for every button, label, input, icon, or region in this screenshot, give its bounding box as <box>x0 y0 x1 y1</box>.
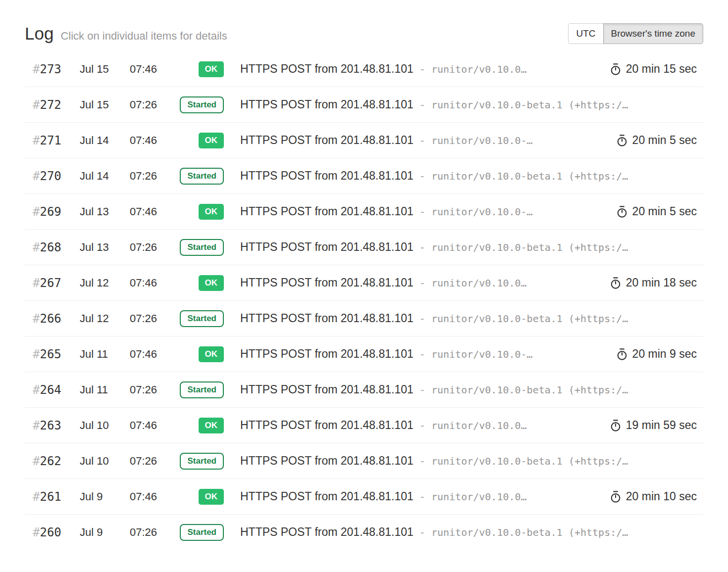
utc-button[interactable]: UTC <box>568 23 603 45</box>
duration: 20 min 10 sec <box>601 490 703 503</box>
event-number: #261 <box>25 490 80 504</box>
log-row[interactable]: #271 Jul 14 07:46 OK HTTPS POST from 201… <box>25 123 703 158</box>
hash-prefix: # <box>33 525 40 539</box>
event-description: HTTPS POST from 201.48.81.101 - runitor/… <box>240 240 703 254</box>
stopwatch-icon <box>609 490 622 503</box>
event-date: Jul 14 <box>80 134 130 147</box>
event-message: HTTPS POST from 201.48.81.101 <box>240 525 414 539</box>
browser-timezone-button[interactable]: Browser's time zone <box>603 23 703 45</box>
log-row[interactable]: #265 Jul 11 07:46 OK HTTPS POST from 201… <box>25 336 703 372</box>
log-row[interactable]: #268 Jul 13 07:26 Started HTTPS POST fro… <box>25 230 703 265</box>
duration: 20 min 18 sec <box>601 276 703 289</box>
event-description: HTTPS POST from 201.48.81.101 - runitor/… <box>240 490 601 503</box>
event-message: HTTPS POST from 201.48.81.101 <box>240 240 414 254</box>
event-date: Jul 12 <box>80 277 130 289</box>
event-message: HTTPS POST from 201.48.81.101 <box>240 98 414 111</box>
status-badge-cell: OK <box>177 489 224 505</box>
event-time: 07:46 <box>130 419 177 432</box>
status-badge-cell: OK <box>177 61 224 77</box>
status-badge-cell: Started <box>177 310 224 327</box>
event-number: #262 <box>25 454 80 468</box>
hash-prefix: # <box>33 454 40 468</box>
event-time: 07:46 <box>130 63 177 76</box>
log-row[interactable]: #264 Jul 11 07:26 Started HTTPS POST fro… <box>25 372 703 408</box>
duration-text: 20 min 10 sec <box>626 490 697 503</box>
event-time: 07:46 <box>130 205 177 218</box>
event-message: HTTPS POST from 201.48.81.101 <box>240 454 414 468</box>
event-message: HTTPS POST from 201.48.81.101 <box>240 490 414 503</box>
event-description: HTTPS POST from 201.48.81.101 - runitor/… <box>240 419 601 432</box>
status-badge-cell: OK <box>177 275 224 291</box>
log-row[interactable]: #267 Jul 12 07:46 OK HTTPS POST from 201… <box>25 265 703 301</box>
event-number-value: 268 <box>40 240 61 254</box>
event-message: HTTPS POST from 201.48.81.101 <box>240 62 414 76</box>
event-description: HTTPS POST from 201.48.81.101 - runitor/… <box>240 454 703 468</box>
status-badge: Started <box>180 381 224 398</box>
event-date: Jul 9 <box>80 526 130 539</box>
event-number: #263 <box>25 419 80 432</box>
stopwatch-icon <box>609 63 622 76</box>
status-badge: OK <box>199 275 224 291</box>
event-date: Jul 14 <box>80 170 130 183</box>
event-description: HTTPS POST from 201.48.81.101 - runitor/… <box>240 383 703 396</box>
event-number-value: 262 <box>40 454 61 468</box>
event-message: HTTPS POST from 201.48.81.101 <box>240 419 414 432</box>
log-row[interactable]: #266 Jul 12 07:26 Started HTTPS POST fro… <box>25 301 703 336</box>
event-message: HTTPS POST from 201.48.81.101 <box>240 205 414 218</box>
event-user-agent: - runitor/v0.10.0-… <box>419 206 533 218</box>
log-row[interactable]: #260 Jul 9 07:26 Started HTTPS POST from… <box>25 515 703 550</box>
event-description: HTTPS POST from 201.48.81.101 - runitor/… <box>240 525 703 539</box>
event-date: Jul 10 <box>80 455 130 468</box>
log-row[interactable]: #270 Jul 14 07:26 Started HTTPS POST fro… <box>25 158 703 194</box>
event-user-agent: - runitor/v0.10.0… <box>419 491 527 503</box>
event-user-agent: - runitor/v0.10.0-beta.1 (+https:/… <box>419 313 628 325</box>
hash-prefix: # <box>33 205 40 219</box>
status-badge-cell: OK <box>177 204 224 220</box>
event-number: #273 <box>25 62 80 76</box>
hash-prefix: # <box>33 134 40 147</box>
duration: 20 min 15 sec <box>601 62 703 76</box>
event-user-agent: - runitor/v0.10.0-beta.1 (+https:/… <box>419 241 628 253</box>
hash-prefix: # <box>33 419 40 432</box>
event-user-agent: - runitor/v0.10.0… <box>419 63 527 75</box>
event-message: HTTPS POST from 201.48.81.101 <box>240 312 414 325</box>
status-badge-cell: Started <box>177 453 224 470</box>
event-time: 07:26 <box>130 241 177 254</box>
event-description: HTTPS POST from 201.48.81.101 - runitor/… <box>240 347 608 361</box>
event-description: HTTPS POST from 201.48.81.101 - runitor/… <box>240 276 601 289</box>
event-time: 07:46 <box>130 490 177 503</box>
status-badge: OK <box>199 346 224 362</box>
event-user-agent: - runitor/v0.10.0… <box>419 277 527 289</box>
event-number-value: 264 <box>40 383 61 397</box>
log-row[interactable]: #272 Jul 15 07:26 Started HTTPS POST fro… <box>25 87 703 123</box>
event-number-value: 267 <box>40 276 61 290</box>
event-description: HTTPS POST from 201.48.81.101 - runitor/… <box>240 98 703 111</box>
event-time: 07:46 <box>130 134 177 147</box>
event-number: #270 <box>25 169 80 183</box>
event-number-value: 273 <box>40 62 61 76</box>
log-row[interactable]: #263 Jul 10 07:46 OK HTTPS POST from 201… <box>25 408 703 443</box>
log-row[interactable]: #269 Jul 13 07:46 OK HTTPS POST from 201… <box>25 194 703 230</box>
log-row[interactable]: #262 Jul 10 07:26 Started HTTPS POST fro… <box>25 443 703 479</box>
hash-prefix: # <box>33 169 40 183</box>
event-number-value: 270 <box>40 169 61 183</box>
event-date: Jul 9 <box>80 490 130 503</box>
event-number: #265 <box>25 347 80 361</box>
log-row[interactable]: #273 Jul 15 07:46 OK HTTPS POST from 201… <box>25 51 703 87</box>
stopwatch-icon <box>616 205 628 218</box>
event-number-value: 263 <box>40 419 61 432</box>
duration-text: 19 min 59 sec <box>626 419 697 432</box>
event-user-agent: - runitor/v0.10.0-… <box>419 135 533 146</box>
duration-text: 20 min 15 sec <box>626 62 697 76</box>
duration: 20 min 5 sec <box>608 205 703 218</box>
stopwatch-icon <box>609 277 622 289</box>
event-number-value: 260 <box>40 525 61 539</box>
duration-text: 20 min 5 sec <box>632 205 697 218</box>
log-row[interactable]: #261 Jul 9 07:46 OK HTTPS POST from 201.… <box>25 479 703 515</box>
event-description: HTTPS POST from 201.48.81.101 - runitor/… <box>240 62 601 76</box>
event-number: #272 <box>25 98 80 112</box>
event-number: #266 <box>25 312 80 326</box>
timezone-toggle: UTC Browser's time zone <box>568 23 703 45</box>
status-badge-cell: Started <box>177 96 224 113</box>
hash-prefix: # <box>33 347 40 361</box>
